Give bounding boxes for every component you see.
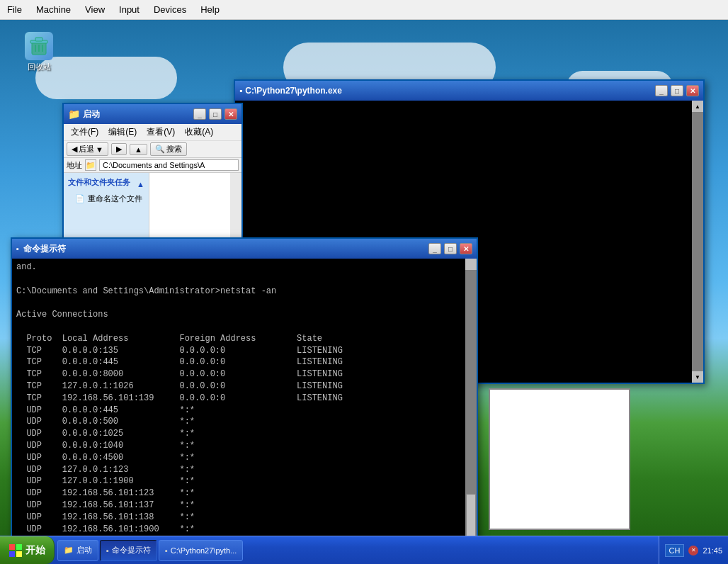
menu-view[interactable]: View [78, 1, 112, 18]
cmd-maximize-button[interactable]: □ [444, 243, 457, 254]
address-label: 地址 [67, 160, 82, 171]
taskbar-items: 📁 启动 ▪ 命令提示符 ▪ C:\Python27\pyth... [55, 536, 659, 564]
explorer-menu-edit[interactable]: 编辑(E) [104, 125, 141, 140]
cmd-scrollbar[interactable]: ▲ ▼ [465, 259, 477, 548]
windows-logo-icon [8, 543, 23, 558]
python-maximize-button[interactable]: □ [671, 85, 683, 96]
python-scrollbar[interactable]: ▲ ▼ [692, 101, 703, 383]
taskbar-cmd-icon: ▪ [106, 546, 109, 555]
taskbar-python-label: C:\Python27\pyth... [171, 546, 237, 555]
explorer-menu-file[interactable]: 文件(F) [67, 125, 103, 140]
explorer-menubar: 文件(F) 编辑(E) 查看(V) 收藏(A) [64, 124, 241, 141]
explorer-maximize-button[interactable]: □ [209, 108, 222, 120]
taskbar: 开始 📁 启动 ▪ 命令提示符 ▪ C:\Python27\pyth... CH… [0, 536, 728, 564]
network-x-icon: ✕ [691, 547, 696, 553]
menu-help[interactable]: Help [193, 1, 227, 18]
start-label: 开始 [25, 544, 45, 557]
cmd-text: and. C:\Documents and Settings\Administr… [16, 261, 461, 548]
cmd-window: ▪ 命令提示符 _ □ ✕ and. C:\Documents and Sett… [11, 237, 478, 549]
back-arrow-icon: ◀ [72, 145, 77, 154]
cmd-title: 命令提示符 [23, 243, 426, 255]
explorer-back-button[interactable]: ◀ 后退 ▼ [67, 142, 108, 156]
taskbar-cmd-label: 命令提示符 [112, 545, 151, 555]
taskbar-clock: 21:45 [703, 546, 722, 555]
explorer-navbar: ◀ 后退 ▼ ▶ ▲ 🔍 搜索 [64, 141, 241, 158]
recycle-bin-icon[interactable]: 回收站 [14, 32, 64, 72]
rename-label: 重命名这个文件 [88, 193, 142, 204]
start-button[interactable]: 开始 [0, 536, 55, 564]
recycle-bin-label: 回收站 [28, 62, 51, 72]
menu-input[interactable]: Input [112, 1, 147, 18]
cmd-minimize-button[interactable]: _ [428, 243, 441, 254]
explorer-sidebar-rename[interactable]: 📄 重命名这个文件 [68, 192, 144, 205]
cmd-title-icon: ▪ [16, 244, 19, 253]
python-titlebar: ▪ C:\Python27\python.exe _ □ ✕ [235, 81, 703, 101]
explorer-folder-icon: 📁 [68, 108, 80, 120]
address-icon: 📁 [85, 159, 96, 171]
explorer-menu-favorites[interactable]: 收藏(A) [181, 125, 217, 140]
forward-arrow-icon: ▶ [116, 145, 122, 154]
cmd-content[interactable]: and. C:\Documents and Settings\Administr… [12, 259, 477, 548]
python-title-icon: ▪ [239, 86, 242, 96]
sidebar-section-title: 文件和文件夹任务 [68, 177, 130, 188]
menu-machine[interactable]: Machine [29, 1, 78, 18]
python-scroll-track [692, 112, 703, 371]
language-indicator[interactable]: CH [665, 544, 685, 557]
sidebar-toggle-icon[interactable]: ▲ [137, 180, 144, 188]
explorer-forward-button[interactable]: ▶ [111, 143, 127, 155]
cmd-close-button[interactable]: ✕ [460, 243, 472, 254]
taskbar-explorer-icon: 📁 [64, 546, 74, 555]
recycle-bin-image [25, 32, 53, 60]
python-scroll-up[interactable]: ▲ [692, 101, 703, 112]
explorer-titlebar: 📁 启动 _ □ ✕ [64, 104, 241, 124]
taskbar-item-python[interactable]: ▪ C:\Python27\pyth... [159, 540, 243, 561]
virtualbox-menubar: File Machine View Input Devices Help [0, 0, 728, 20]
menu-devices[interactable]: Devices [147, 1, 193, 18]
address-field[interactable]: C:\Documents and Settings\A [99, 159, 239, 171]
cmd-titlebar: ▪ 命令提示符 _ □ ✕ [12, 239, 477, 259]
python-close-button[interactable]: ✕ [686, 85, 699, 96]
menu-file[interactable]: File [0, 1, 29, 18]
white-panel [489, 388, 630, 530]
taskbar-explorer-label: 启动 [76, 545, 92, 555]
taskbar-python-icon: ▪ [165, 546, 168, 555]
explorer-minimize-button[interactable]: _ [193, 108, 206, 120]
cmd-scroll-up[interactable]: ▲ [465, 259, 477, 270]
explorer-window: 📁 启动 _ □ ✕ 文件(F) 编辑(E) 查看(V) 收藏(A) ◀ 后退 … [62, 103, 243, 252]
search-label: 搜索 [166, 144, 182, 154]
taskbar-item-explorer[interactable]: 📁 启动 [57, 540, 98, 561]
python-minimize-button[interactable]: _ [655, 85, 668, 96]
back-label: 后退 [79, 144, 94, 154]
taskbar-tray: CH ✕ 21:45 [659, 536, 728, 564]
python-scroll-down[interactable]: ▼ [692, 371, 703, 383]
rename-icon: 📄 [75, 194, 85, 203]
explorer-title: 启动 [83, 108, 190, 120]
taskbar-item-cmd[interactable]: ▪ 命令提示符 [100, 540, 157, 561]
python-title: C:\Python27\python.exe [245, 86, 652, 96]
explorer-addressbar: 地址 📁 C:\Documents and Settings\A [64, 158, 241, 173]
explorer-close-button[interactable]: ✕ [224, 108, 237, 120]
svg-rect-6 [9, 544, 15, 550]
sidebar-header: 文件和文件夹任务 ▲ [68, 177, 144, 192]
cmd-scroll-track [465, 270, 477, 536]
svg-rect-8 [9, 551, 15, 557]
explorer-menu-view[interactable]: 查看(V) [142, 125, 179, 140]
explorer-up-button[interactable]: ▲ [130, 144, 147, 155]
svg-rect-2 [35, 38, 42, 41]
up-arrow-icon: ▲ [135, 145, 142, 154]
network-icon: ✕ [688, 546, 698, 555]
svg-rect-7 [16, 544, 22, 550]
explorer-search-button[interactable]: 🔍 搜索 [150, 142, 187, 156]
cmd-scroll-thumb [466, 494, 476, 536]
svg-rect-9 [16, 551, 22, 557]
desktop: File Machine View Input Devices Help 回收站… [0, 0, 728, 564]
search-icon: 🔍 [155, 145, 165, 154]
back-dropdown-icon: ▼ [96, 145, 103, 154]
